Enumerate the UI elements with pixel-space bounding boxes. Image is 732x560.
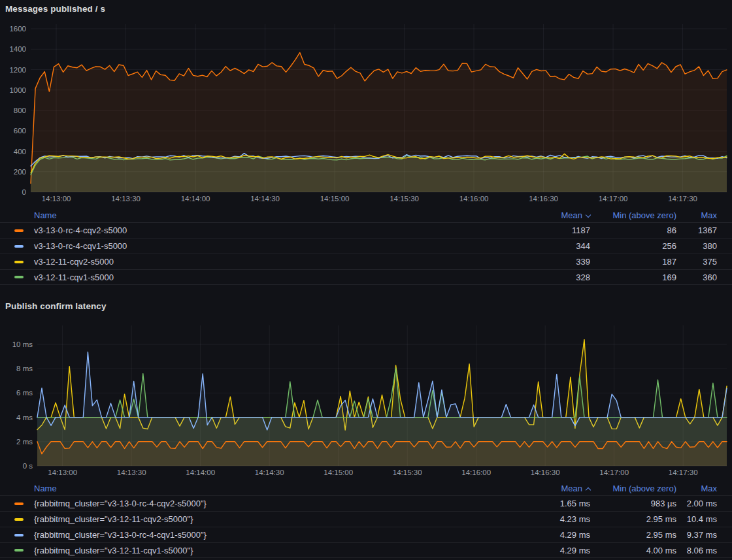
series-mean-value: 4.29 ms <box>512 546 590 555</box>
x-axis-tick-label: 14:16:00 <box>459 195 489 203</box>
legend-header-min[interactable]: Min (above zero) <box>590 484 676 493</box>
series-name[interactable]: v3-13-0-rc-4-cqv1-s5000 <box>29 241 512 251</box>
legend-header-row: Name Mean Min (above zero) Max <box>0 208 732 222</box>
series-name[interactable]: {rabbitmq_cluster="v3-13-0-rc-4-cqv1-s50… <box>29 530 512 540</box>
series-color-swatch[interactable] <box>14 245 24 248</box>
series-mean-value: 339 <box>512 257 590 267</box>
series-max-value: 2.00 ms <box>676 499 717 508</box>
legend-header-name[interactable]: Name <box>29 484 512 493</box>
legend-row: v3-12-11-cqv1-s5000 328 169 360 <box>0 269 732 285</box>
series-min-value: 2.95 ms <box>590 514 676 524</box>
series-color-swatch[interactable] <box>14 549 24 552</box>
legend-header-max[interactable]: Max <box>676 484 717 493</box>
series-max-value: 10.4 ms <box>676 514 717 524</box>
x-axis-tick-label: 14:16:30 <box>529 195 558 203</box>
legend-header-max[interactable]: Max <box>676 210 717 220</box>
legend-row: {rabbitmq_cluster="v3-12-11-cqv2-s5000"}… <box>0 511 732 527</box>
series-max-value: 380 <box>676 241 717 251</box>
series-name[interactable]: v3-12-11-cqv1-s5000 <box>29 272 512 282</box>
series-name[interactable]: v3-12-11-cqv2-s5000 <box>29 257 512 267</box>
series-max-value: 360 <box>676 272 717 282</box>
series-mean-value: 328 <box>512 272 590 282</box>
series-name[interactable]: {rabbitmq_cluster="v3-13-0-rc-4-cqv2-s50… <box>29 499 512 508</box>
x-axis-tick-label: 14:13:00 <box>42 195 71 203</box>
y-axis-tick-label: 0 s <box>23 462 33 470</box>
series-min-value: 169 <box>590 272 676 282</box>
x-axis-tick-label: 14:16:30 <box>531 469 560 476</box>
y-axis-tick-label: 2 ms <box>16 438 33 446</box>
panel-publish-confirm-latency: Publish confirm latency 0 s2 ms4 ms6 ms8… <box>0 292 732 560</box>
legend-table-messages: Name Mean Min (above zero) Max v3-13-0-r… <box>0 208 732 285</box>
legend-row: v3-12-11-cqv2-s5000 339 187 375 <box>0 254 732 269</box>
series-mean-value: 1.65 ms <box>512 499 590 508</box>
series-fill-area <box>31 154 727 192</box>
y-axis-tick-label: 0 <box>22 188 26 196</box>
series-min-value: 187 <box>590 257 676 267</box>
series-color-swatch[interactable] <box>14 502 24 505</box>
x-axis-tick-label: 14:17:00 <box>599 469 629 476</box>
series-max-value: 375 <box>676 257 717 267</box>
legend-header-name[interactable]: Name <box>29 210 512 220</box>
panel-title[interactable]: Messages published / s <box>5 4 105 14</box>
panel-title[interactable]: Publish confirm latency <box>5 301 107 311</box>
series-mean-value: 1187 <box>512 225 590 235</box>
legend-header-mean-label: Mean <box>561 484 582 493</box>
series-fill-area <box>37 442 727 466</box>
y-axis-tick-label: 200 <box>14 168 26 176</box>
messages-published-time-series-plot[interactable]: 0200400600800100012001400160014:13:0014:… <box>0 20 732 208</box>
series-color-swatch[interactable] <box>14 229 24 232</box>
series-color-swatch[interactable] <box>14 534 24 536</box>
x-axis-tick-label: 14:14:30 <box>255 469 284 476</box>
y-axis-tick-label: 1400 <box>9 45 26 53</box>
publish-confirm-latency-time-series-plot[interactable]: 0 s2 ms4 ms6 ms8 ms10 ms14:13:0014:13:30… <box>0 320 732 481</box>
x-axis-tick-label: 14:15:00 <box>320 195 350 203</box>
series-group <box>31 52 727 192</box>
series-color-swatch[interactable] <box>14 261 24 263</box>
x-axis-tick-label: 14:13:00 <box>48 469 77 476</box>
series-max-value: 1367 <box>676 225 717 235</box>
x-axis-tick-label: 14:14:00 <box>186 469 215 476</box>
series-min-value: 2.95 ms <box>590 530 676 540</box>
legend-header-mean[interactable]: Mean <box>512 484 590 493</box>
legend-row: {rabbitmq_cluster="v3-13-0-rc-4-cqv1-s50… <box>0 527 732 542</box>
y-axis-tick-label: 4 ms <box>16 414 33 421</box>
legend-header-min[interactable]: Min (above zero) <box>590 210 676 220</box>
x-axis-tick-label: 14:17:30 <box>668 195 697 203</box>
x-axis-tick-label: 14:13:30 <box>117 469 146 476</box>
series-min-value: 256 <box>590 241 676 251</box>
series-max-value: 8.06 ms <box>676 546 717 555</box>
y-axis-tick-label: 6 ms <box>16 389 33 397</box>
legend-row: {rabbitmq_cluster="v3-12-11-cqv1-s5000"}… <box>0 542 732 558</box>
series-min-value: 86 <box>590 225 676 235</box>
series-mean-value: 344 <box>512 241 590 251</box>
legend-header-mean[interactable]: Mean <box>512 210 590 220</box>
y-axis-tick-label: 1000 <box>9 86 26 94</box>
legend-table-latency: Name Mean Min (above zero) Max {rabbitmq… <box>0 481 732 558</box>
series-name[interactable]: {rabbitmq_cluster="v3-12-11-cqv2-s5000"} <box>29 514 512 524</box>
legend-header-mean-label: Mean <box>561 210 582 220</box>
series-color-swatch[interactable] <box>14 276 24 278</box>
y-axis-tick-label: 1600 <box>9 25 26 33</box>
y-axis-tick-label: 1200 <box>9 66 26 74</box>
series-name[interactable]: v3-13-0-rc-4-cqv2-s5000 <box>29 225 512 235</box>
series-max-value: 9.37 ms <box>676 530 717 540</box>
series-name[interactable]: {rabbitmq_cluster="v3-12-11-cqv1-s5000"} <box>29 546 512 555</box>
y-axis-tick-label: 8 ms <box>16 365 33 372</box>
series-mean-value: 4.23 ms <box>512 514 590 524</box>
x-axis-tick-label: 14:14:30 <box>250 195 280 203</box>
legend-header-row: Name Mean Min (above zero) Max <box>0 481 732 495</box>
legend-row: {rabbitmq_cluster="v3-13-0-rc-4-cqv2-s50… <box>0 495 732 511</box>
x-axis-tick-label: 14:14:00 <box>181 195 210 203</box>
panel-messages-published: Messages published / s 02004006008001000… <box>0 0 732 292</box>
y-axis-tick-label: 400 <box>14 148 26 156</box>
series-color-swatch[interactable] <box>14 518 24 521</box>
series-mean-value: 4.29 ms <box>512 530 590 540</box>
y-axis-tick-label: 800 <box>14 107 26 114</box>
series-group <box>37 340 727 466</box>
x-axis-tick-label: 14:17:30 <box>669 469 698 476</box>
x-axis-tick-label: 14:17:00 <box>599 195 628 203</box>
x-axis-tick-label: 14:15:00 <box>324 469 353 476</box>
x-axis-tick-label: 14:15:30 <box>393 469 422 476</box>
legend-row: v3-13-0-rc-4-cqv1-s5000 344 256 380 <box>0 238 732 254</box>
y-axis-tick-label: 600 <box>14 127 26 135</box>
